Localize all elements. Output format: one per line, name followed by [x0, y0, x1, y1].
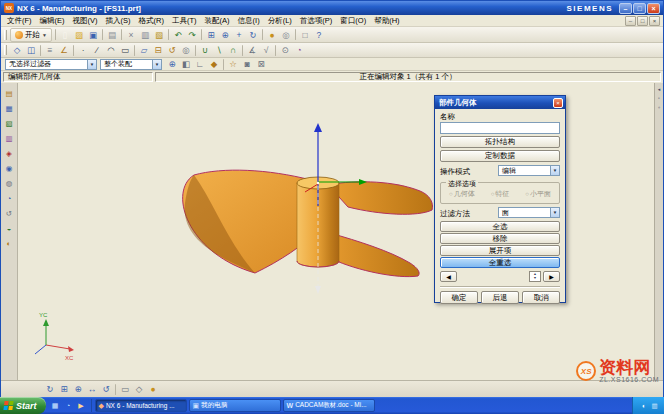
copy-icon[interactable]: ▥ [138, 28, 151, 41]
remove-button[interactable]: 移除 [440, 233, 560, 244]
roles-icon[interactable]: ◐ [3, 237, 15, 249]
radio-geometry[interactable]: 几何体 [449, 189, 475, 199]
menu-tools[interactable]: 工具(T) [168, 15, 201, 26]
task-button-nx[interactable]: ◆ NX 6 - Manufacturing ... [95, 399, 187, 412]
name-input[interactable] [440, 122, 560, 134]
fit-view-icon[interactable]: ⊞ [204, 28, 217, 41]
menu-preferences[interactable]: 首选项(P) [296, 15, 337, 26]
rectangle-icon[interactable]: ▭ [119, 44, 132, 57]
collapse-arrow-icon[interactable]: ◂ [656, 85, 663, 92]
new-file-icon[interactable]: ▯ [58, 28, 71, 41]
line-icon[interactable]: ∕ [91, 44, 104, 57]
menu-information[interactable]: 信息(I) [234, 15, 264, 26]
selection-scope-dropdown[interactable]: 整个装配 ▼ [100, 59, 162, 70]
point-icon[interactable]: ∙ [77, 44, 90, 57]
save-icon[interactable]: ▣ [86, 28, 99, 41]
task-button-word-doc[interactable]: W CADCAM教材.doc - Mi... [283, 399, 375, 412]
cut-icon[interactable]: × [124, 28, 137, 41]
menu-view[interactable]: 视图(V) [69, 15, 102, 26]
constraint-navigator-icon[interactable]: ▦ [3, 102, 15, 114]
media-player-icon[interactable]: ▶ [76, 401, 86, 411]
cross-select-icon[interactable]: ⊠ [255, 58, 268, 71]
select-edge-icon[interactable]: ∟ [194, 58, 207, 71]
system-materials-icon[interactable]: ◒ [3, 222, 15, 234]
item-count-spinner[interactable]: ▲ ▼ [529, 271, 541, 282]
dialog-titlebar[interactable]: 部件几何体 × [435, 96, 565, 109]
pan-view-icon[interactable]: ↔ [86, 383, 99, 396]
history-icon[interactable]: ↺ [3, 207, 15, 219]
extrude-icon[interactable]: ⊟ [152, 44, 165, 57]
back-button[interactable]: 后退 [481, 291, 519, 304]
menu-edit[interactable]: 编辑(E) [36, 15, 69, 26]
hd3d-tools-icon[interactable]: ◍ [3, 177, 15, 189]
inside-only-icon[interactable]: ◙ [241, 58, 254, 71]
wcs-icon[interactable]: ∠ [58, 44, 71, 57]
shaded-icon[interactable]: ● [147, 383, 160, 396]
radio-feature[interactable]: 特征 [491, 189, 510, 199]
revolve-icon[interactable]: ↺ [166, 44, 179, 57]
highlight-icon[interactable]: ☆ [227, 58, 240, 71]
analysis-icon[interactable]: √ [260, 44, 273, 57]
undo-icon[interactable]: ↶ [171, 28, 184, 41]
datum-plane-icon[interactable]: ▱ [138, 44, 151, 57]
restore-button[interactable]: □ [633, 3, 646, 14]
menu-format[interactable]: 格式(R) [135, 15, 168, 26]
orient-view-icon[interactable]: ◇ [11, 44, 24, 57]
print-icon[interactable]: ▤ [105, 28, 118, 41]
menu-window[interactable]: 窗口(O) [336, 15, 370, 26]
preferences-icon[interactable]: ⊙ [279, 44, 292, 57]
subtract-icon[interactable]: ∖ [213, 44, 226, 57]
view-section-icon[interactable]: ◫ [25, 44, 38, 57]
next-item-button[interactable]: ▶ [543, 271, 560, 282]
rotate-icon[interactable]: ↺ [100, 383, 113, 396]
measure-icon[interactable]: ∡ [246, 44, 259, 57]
filter-method-dropdown[interactable]: 面 ▼ [498, 207, 560, 218]
selection-filter-dropdown[interactable]: 无选择过滤器 ▼ [5, 59, 97, 70]
zoom-icon[interactable]: ⊕ [218, 28, 231, 41]
graphics-viewport[interactable]: XC YC ◂▫∘ [18, 83, 663, 380]
refresh-view-icon[interactable]: ↻ [44, 383, 57, 396]
custom-data-button[interactable]: 定制数据 [440, 150, 560, 162]
select-all-button[interactable]: 全选 [440, 221, 560, 232]
menu-assemblies[interactable]: 装配(A) [201, 15, 234, 26]
ie-icon[interactable]: ◔ [63, 401, 73, 411]
isometric-view-icon[interactable]: ◇ [133, 383, 146, 396]
panel-icon[interactable]: ▫ [656, 94, 663, 101]
expand-item-button[interactable]: 展开项 [440, 245, 560, 256]
machining-wizard-icon[interactable]: ◈ [3, 147, 15, 159]
start-button[interactable]: Start [0, 397, 46, 414]
menu-help[interactable]: 帮助(H) [370, 15, 403, 26]
rotate-view-icon[interactable]: ↻ [246, 28, 259, 41]
select-face-icon[interactable]: ◧ [180, 58, 193, 71]
layer-settings-icon[interactable]: ≡ [44, 44, 57, 57]
open-icon[interactable]: ▨ [72, 28, 85, 41]
pan-icon[interactable]: + [232, 28, 245, 41]
wireframe-view-icon[interactable]: ◎ [279, 28, 292, 41]
shaded-view-icon[interactable]: ● [265, 28, 278, 41]
snap-point-icon[interactable]: ⊕ [166, 58, 179, 71]
help-icon[interactable]: ? [312, 28, 325, 41]
redo-icon[interactable]: ↷ [185, 28, 198, 41]
mdi-restore-button[interactable]: □ [637, 16, 648, 26]
pin-icon[interactable]: ∘ [656, 103, 663, 110]
mdi-minimize-button[interactable]: – [625, 16, 636, 26]
arc-icon[interactable]: ◠ [105, 44, 118, 57]
window-icon[interactable]: □ [298, 28, 311, 41]
minimize-button[interactable]: – [619, 3, 632, 14]
volume-icon[interactable]: ◖ [639, 401, 648, 410]
topology-button[interactable]: 拓扑结构 [440, 136, 560, 148]
menu-analysis[interactable]: 分析(L) [264, 15, 296, 26]
nx-start-menu-button[interactable]: 开始 ▼ [10, 28, 52, 42]
reuse-library-icon[interactable]: ◉ [3, 162, 15, 174]
mdi-close-button[interactable]: × [649, 16, 660, 26]
close-button[interactable]: × [647, 3, 660, 14]
snapshot-icon[interactable]: ◔ [293, 44, 306, 57]
internet-explorer-icon[interactable]: ◔ [3, 192, 15, 204]
select-body-icon[interactable]: ◆ [208, 58, 221, 71]
assembly-navigator-icon[interactable]: ▤ [3, 87, 15, 99]
ok-button[interactable]: 确定 [440, 291, 478, 304]
menu-insert[interactable]: 插入(S) [102, 15, 135, 26]
previous-item-button[interactable]: ◀ [440, 271, 457, 282]
part-navigator-icon[interactable]: ▧ [3, 117, 15, 129]
task-button-my-computer[interactable]: ▣ 我的电脑 [189, 399, 281, 412]
